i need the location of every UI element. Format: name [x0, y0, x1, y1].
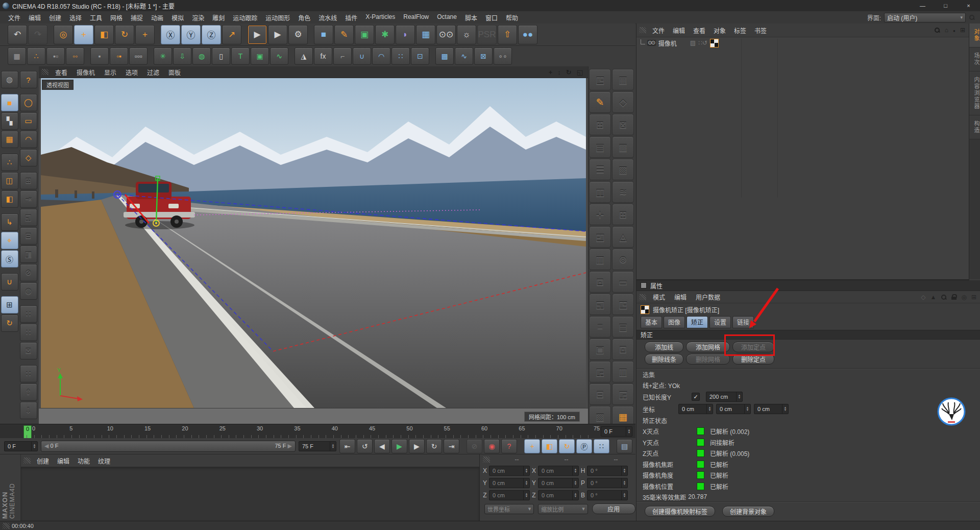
play-forward-icon[interactable]: ↻: [426, 439, 442, 453]
menu-item[interactable]: 编辑: [24, 13, 45, 22]
menu-item[interactable]: 插件: [341, 13, 361, 22]
key-scale-icon[interactable]: ◧: [542, 439, 557, 453]
key-parameter-icon[interactable]: Ⓟ: [576, 439, 592, 453]
optimize-icon[interactable]: ▭: [612, 271, 634, 293]
key-position-icon[interactable]: +: [524, 439, 540, 453]
position-input[interactable]: 0 cm ▲▼: [489, 490, 530, 500]
add-panel-icon[interactable]: [971, 294, 976, 301]
render-region-icon[interactable]: ◍: [1, 71, 18, 88]
drag-grip-icon[interactable]: [483, 456, 490, 463]
mesh-convert-icon[interactable]: ⊞: [20, 172, 37, 189]
dots-row-icon[interactable]: ◦▪: [110, 47, 128, 65]
mesh-sphere-icon[interactable]: ◍: [20, 282, 37, 300]
lock-z-icon[interactable]: Ⓩ: [202, 25, 221, 44]
arc-icon[interactable]: ⊞: [589, 114, 611, 135]
grid-up-icon[interactable]: ⇧: [20, 383, 37, 401]
viewport-menu-item[interactable]: 查看: [51, 68, 72, 77]
make-editable-icon[interactable]: ▦: [8, 47, 26, 65]
stepper-icon[interactable]: ▲▼: [523, 491, 529, 500]
bevel-icon[interactable]: ⊡: [589, 271, 611, 293]
loop-cut-icon[interactable]: ⊹: [589, 204, 611, 225]
stepper-icon[interactable]: ▲▼: [621, 478, 627, 488]
rope-icon[interactable]: ∿: [455, 47, 473, 65]
object-manager-menu-item[interactable]: 编辑: [669, 26, 689, 35]
interface-dropdown[interactable]: 启动 (用户) ▾: [884, 13, 966, 22]
stepper-icon[interactable]: ▲▼: [523, 478, 529, 488]
stitch-icon[interactable]: ≋: [612, 181, 634, 203]
light-icon[interactable]: ☼: [457, 25, 476, 44]
attributes-menu-item[interactable]: 用户数据: [691, 293, 725, 301]
camera-calibration-tag[interactable]: [710, 39, 719, 47]
grid-a-icon[interactable]: ∷: [20, 305, 37, 323]
attribute-tab[interactable]: 设置: [709, 316, 731, 328]
stepper-icon[interactable]: ▲▼: [572, 478, 578, 488]
material-list-empty[interactable]: [21, 467, 479, 521]
menu-item[interactable]: 角色: [294, 13, 314, 22]
move-icon[interactable]: +: [74, 25, 93, 44]
menu-item[interactable]: 工具: [86, 13, 106, 22]
next-frame-icon[interactable]: ▶: [409, 439, 425, 453]
prev-frame-icon[interactable]: ◀: [374, 439, 390, 453]
live-selection-icon[interactable]: ◎: [54, 25, 73, 44]
spline-smooth-icon[interactable]: ▤: [589, 136, 611, 158]
dot-single-icon[interactable]: ▪: [90, 47, 109, 65]
stepper-icon[interactable]: ▲▼: [330, 442, 336, 451]
rotation-input[interactable]: 0 ° ▲▼: [587, 478, 628, 488]
stepper-icon[interactable]: ▲▼: [31, 442, 37, 451]
attributes-menu-item[interactable]: 模式: [648, 293, 670, 301]
lock-icon[interactable]: [951, 294, 957, 300]
fx-icon[interactable]: fx: [314, 47, 332, 65]
known-length-input[interactable]: 200 cm ▲▼: [706, 392, 743, 402]
search-icon[interactable]: [969, 14, 975, 20]
view-label[interactable]: 透视视图: [42, 80, 74, 90]
material-menu-item[interactable]: 功能: [74, 456, 94, 465]
stepper-icon[interactable]: ▲▼: [621, 466, 627, 475]
floor-icon[interactable]: ▦: [416, 25, 435, 44]
menu-item[interactable]: 脚本: [461, 13, 481, 22]
dots-grid-icon[interactable]: ▫▫▫: [129, 47, 148, 65]
goto-start-icon[interactable]: ⇤: [339, 439, 355, 453]
viewport-menu-item[interactable]: 选项: [121, 68, 142, 77]
section-header-calibrate[interactable]: 矫正: [636, 330, 980, 340]
scale-input[interactable]: 0 cm ▲▼: [538, 490, 579, 500]
menu-item[interactable]: Octane: [433, 13, 461, 22]
material-menu-item[interactable]: 编辑: [53, 456, 74, 465]
mesh-extrude-icon[interactable]: ⊟: [20, 227, 37, 245]
attribute-tab[interactable]: 矫正: [687, 316, 708, 328]
modeling-icon[interactable]: ✱: [375, 25, 395, 44]
points-mode-icon[interactable]: ∴: [1, 154, 18, 171]
visibility-tag-icon[interactable]: ▨: [690, 39, 696, 46]
last-tool-icon[interactable]: +: [135, 25, 155, 44]
menu-item[interactable]: 创建: [45, 13, 65, 22]
smooth-shift-icon[interactable]: ≡: [589, 316, 611, 338]
menu-item[interactable]: 运动图形: [261, 13, 294, 22]
edge-turn-icon[interactable]: ⊚: [612, 249, 634, 270]
search-icon[interactable]: [941, 294, 947, 300]
record-key-icon[interactable]: ◉: [484, 439, 500, 453]
rotation-input[interactable]: 0 ° ▲▼: [587, 490, 628, 500]
toggle-panel-icon[interactable]: [577, 68, 583, 76]
drag-grip-icon[interactable]: [41, 69, 48, 75]
transfer-icon[interactable]: ⇧: [498, 25, 517, 44]
object-manager-menu-item[interactable]: 对象: [709, 26, 730, 35]
poly-select-icon[interactable]: ◇: [20, 149, 37, 166]
mesh-cut-icon[interactable]: ⊘: [20, 264, 37, 281]
eye-icon[interactable]: [953, 27, 955, 34]
mesh-split-icon[interactable]: ◨: [20, 246, 37, 263]
close-hole-icon[interactable]: ◬: [612, 226, 634, 248]
menu-item[interactable]: 运动跟踪: [229, 13, 261, 22]
side-tab[interactable]: 对象: [969, 23, 980, 47]
snap-magnet-icon[interactable]: ∪: [1, 273, 18, 291]
scale-mode-dropdown[interactable]: 缩放比例▾: [538, 504, 587, 514]
array-tool-icon[interactable]: ◳: [612, 294, 634, 315]
psr-icon[interactable]: PSR: [477, 25, 497, 44]
window-control-button[interactable]: —: [911, 0, 934, 11]
drop-floor-icon[interactable]: ⇩: [173, 47, 191, 65]
spline-pen-icon[interactable]: ✎: [334, 25, 354, 44]
key-pla-icon[interactable]: ∷: [594, 439, 609, 453]
home-icon[interactable]: [945, 27, 948, 34]
cone-white-icon[interactable]: ◮: [295, 47, 313, 65]
workplane-mode-icon[interactable]: ▦: [1, 131, 18, 148]
stepper-icon[interactable]: ▲▼: [523, 466, 529, 475]
menu-item[interactable]: 流水线: [314, 13, 341, 22]
